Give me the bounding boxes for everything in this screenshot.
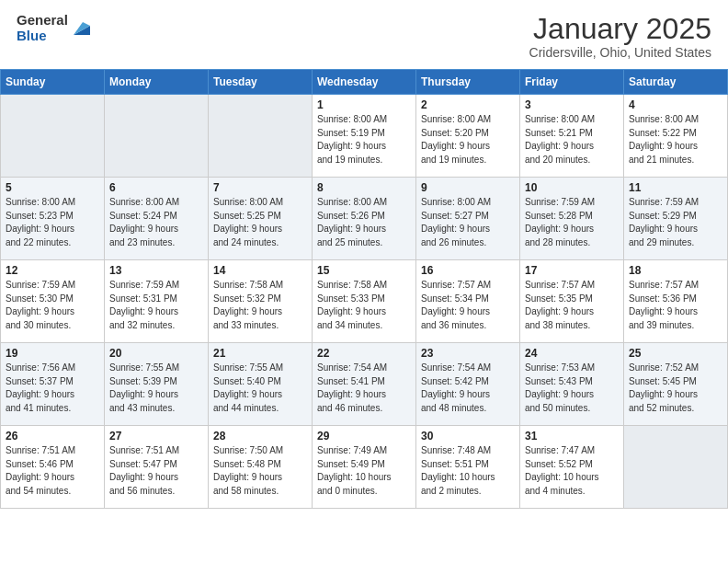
day-info: Sunrise: 7:53 AM Sunset: 5:43 PM Dayligh… — [525, 362, 595, 413]
day-number: 30 — [421, 430, 515, 442]
day-number: 15 — [317, 264, 411, 277]
calendar-header: SundayMondayTuesdayWednesdayThursdayFrid… — [1, 70, 728, 95]
calendar-cell: 22Sunrise: 7:54 AM Sunset: 5:41 PM Dayli… — [313, 343, 416, 426]
weekday-header-monday: Monday — [105, 70, 209, 95]
weekday-header-sunday: Sunday — [1, 70, 105, 95]
weekday-header-saturday: Saturday — [624, 70, 728, 95]
day-info: Sunrise: 7:59 AM Sunset: 5:29 PM Dayligh… — [629, 197, 699, 247]
weekday-row: SundayMondayTuesdayWednesdayThursdayFrid… — [1, 70, 728, 95]
calendar-cell — [624, 426, 728, 509]
calendar-cell — [105, 95, 209, 178]
day-number: 9 — [421, 181, 515, 194]
calendar-cell: 24Sunrise: 7:53 AM Sunset: 5:43 PM Dayli… — [520, 343, 624, 426]
calendar-cell — [209, 95, 313, 178]
calendar-cell: 16Sunrise: 7:57 AM Sunset: 5:34 PM Dayli… — [416, 260, 520, 343]
day-info: Sunrise: 8:00 AM Sunset: 5:21 PM Dayligh… — [525, 114, 595, 165]
calendar-cell: 5Sunrise: 8:00 AM Sunset: 5:23 PM Daylig… — [1, 178, 105, 260]
calendar-cell: 28Sunrise: 7:50 AM Sunset: 5:48 PM Dayli… — [209, 426, 313, 509]
day-info: Sunrise: 7:52 AM Sunset: 5:45 PM Dayligh… — [629, 362, 699, 413]
calendar-cell: 12Sunrise: 7:59 AM Sunset: 5:30 PM Dayli… — [1, 260, 105, 343]
calendar-cell: 10Sunrise: 7:59 AM Sunset: 5:28 PM Dayli… — [520, 178, 624, 260]
logo-icon — [70, 18, 90, 39]
day-info: Sunrise: 7:55 AM Sunset: 5:39 PM Dayligh… — [109, 362, 179, 413]
day-info: Sunrise: 7:59 AM Sunset: 5:28 PM Dayligh… — [525, 197, 595, 247]
calendar-week-3: 12Sunrise: 7:59 AM Sunset: 5:30 PM Dayli… — [1, 260, 728, 343]
day-number: 20 — [109, 347, 203, 360]
calendar-cell: 25Sunrise: 7:52 AM Sunset: 5:45 PM Dayli… — [624, 343, 728, 426]
calendar-title: January 2025 — [529, 13, 711, 45]
calendar-cell — [1, 95, 105, 178]
day-info: Sunrise: 8:00 AM Sunset: 5:20 PM Dayligh… — [421, 114, 491, 165]
calendar-subtitle: Cridersville, Ohio, United States — [529, 45, 711, 60]
calendar-cell: 6Sunrise: 8:00 AM Sunset: 5:24 PM Daylig… — [105, 178, 209, 260]
day-number: 11 — [629, 181, 722, 194]
day-number: 3 — [525, 98, 619, 111]
day-info: Sunrise: 7:54 AM Sunset: 5:41 PM Dayligh… — [317, 362, 387, 413]
day-info: Sunrise: 8:00 AM Sunset: 5:19 PM Dayligh… — [317, 114, 387, 165]
logo-general: General — [17, 13, 68, 29]
day-info: Sunrise: 7:59 AM Sunset: 5:31 PM Dayligh… — [109, 280, 179, 330]
calendar-cell: 30Sunrise: 7:48 AM Sunset: 5:51 PM Dayli… — [416, 426, 520, 509]
day-number: 6 — [109, 181, 203, 194]
calendar-cell: 17Sunrise: 7:57 AM Sunset: 5:35 PM Dayli… — [520, 260, 624, 343]
day-number: 16 — [421, 264, 515, 277]
day-info: Sunrise: 7:54 AM Sunset: 5:42 PM Dayligh… — [421, 362, 491, 413]
weekday-header-thursday: Thursday — [416, 70, 520, 95]
day-info: Sunrise: 8:00 AM Sunset: 5:23 PM Dayligh… — [6, 197, 75, 247]
day-number: 29 — [317, 430, 411, 442]
day-info: Sunrise: 8:00 AM Sunset: 5:26 PM Dayligh… — [317, 197, 387, 247]
logo-blue: Blue — [17, 29, 68, 44]
calendar-table: SundayMondayTuesdayWednesdayThursdayFrid… — [0, 69, 728, 509]
calendar-cell: 21Sunrise: 7:55 AM Sunset: 5:40 PM Dayli… — [209, 343, 313, 426]
calendar-page: General Blue January 2025 Cridersville, … — [0, 0, 728, 563]
day-info: Sunrise: 7:58 AM Sunset: 5:32 PM Dayligh… — [213, 280, 283, 330]
day-info: Sunrise: 7:48 AM Sunset: 5:51 PM Dayligh… — [421, 445, 495, 496]
day-info: Sunrise: 8:00 AM Sunset: 5:27 PM Dayligh… — [421, 197, 491, 247]
calendar-cell: 7Sunrise: 8:00 AM Sunset: 5:25 PM Daylig… — [209, 178, 313, 260]
weekday-header-friday: Friday — [520, 70, 624, 95]
day-info: Sunrise: 7:51 AM Sunset: 5:47 PM Dayligh… — [109, 445, 179, 496]
day-number: 7 — [213, 181, 307, 194]
calendar-cell: 4Sunrise: 8:00 AM Sunset: 5:22 PM Daylig… — [624, 95, 728, 178]
day-number: 19 — [6, 347, 99, 360]
weekday-header-tuesday: Tuesday — [209, 70, 313, 95]
day-number: 18 — [629, 264, 722, 277]
calendar-week-1: 1Sunrise: 8:00 AM Sunset: 5:19 PM Daylig… — [1, 95, 728, 178]
calendar-body: 1Sunrise: 8:00 AM Sunset: 5:19 PM Daylig… — [1, 95, 728, 509]
day-number: 24 — [525, 347, 619, 360]
day-info: Sunrise: 7:56 AM Sunset: 5:37 PM Dayligh… — [6, 362, 75, 413]
calendar-cell: 8Sunrise: 8:00 AM Sunset: 5:26 PM Daylig… — [313, 178, 416, 260]
day-number: 5 — [6, 181, 99, 194]
day-number: 28 — [213, 430, 307, 442]
day-number: 10 — [525, 181, 619, 194]
calendar-cell: 19Sunrise: 7:56 AM Sunset: 5:37 PM Dayli… — [1, 343, 105, 426]
calendar-cell: 3Sunrise: 8:00 AM Sunset: 5:21 PM Daylig… — [520, 95, 624, 178]
day-number: 8 — [317, 181, 411, 194]
day-info: Sunrise: 8:00 AM Sunset: 5:25 PM Dayligh… — [213, 197, 283, 247]
logo: General Blue — [17, 13, 90, 43]
day-number: 23 — [421, 347, 515, 360]
calendar-cell: 18Sunrise: 7:57 AM Sunset: 5:36 PM Dayli… — [624, 260, 728, 343]
calendar-cell: 1Sunrise: 8:00 AM Sunset: 5:19 PM Daylig… — [313, 95, 416, 178]
day-number: 27 — [109, 430, 203, 442]
day-info: Sunrise: 7:57 AM Sunset: 5:35 PM Dayligh… — [525, 280, 595, 330]
calendar-cell: 13Sunrise: 7:59 AM Sunset: 5:31 PM Dayli… — [105, 260, 209, 343]
day-info: Sunrise: 7:57 AM Sunset: 5:36 PM Dayligh… — [629, 280, 699, 330]
day-number: 1 — [317, 98, 411, 111]
day-info: Sunrise: 8:00 AM Sunset: 5:22 PM Dayligh… — [629, 114, 699, 165]
day-info: Sunrise: 7:57 AM Sunset: 5:34 PM Dayligh… — [421, 280, 491, 330]
day-number: 2 — [421, 98, 515, 111]
day-number: 22 — [317, 347, 411, 360]
calendar-week-5: 26Sunrise: 7:51 AM Sunset: 5:46 PM Dayli… — [1, 426, 728, 509]
day-info: Sunrise: 7:49 AM Sunset: 5:49 PM Dayligh… — [317, 445, 392, 496]
day-number: 21 — [213, 347, 307, 360]
calendar-cell: 26Sunrise: 7:51 AM Sunset: 5:46 PM Dayli… — [1, 426, 105, 509]
calendar-cell: 2Sunrise: 8:00 AM Sunset: 5:20 PM Daylig… — [416, 95, 520, 178]
day-info: Sunrise: 8:00 AM Sunset: 5:24 PM Dayligh… — [109, 197, 179, 247]
day-number: 26 — [6, 430, 99, 442]
weekday-header-wednesday: Wednesday — [313, 70, 416, 95]
calendar-cell: 11Sunrise: 7:59 AM Sunset: 5:29 PM Dayli… — [624, 178, 728, 260]
day-info: Sunrise: 7:51 AM Sunset: 5:46 PM Dayligh… — [6, 445, 75, 496]
day-info: Sunrise: 7:58 AM Sunset: 5:33 PM Dayligh… — [317, 280, 387, 330]
title-block: January 2025 Cridersville, Ohio, United … — [529, 13, 711, 60]
